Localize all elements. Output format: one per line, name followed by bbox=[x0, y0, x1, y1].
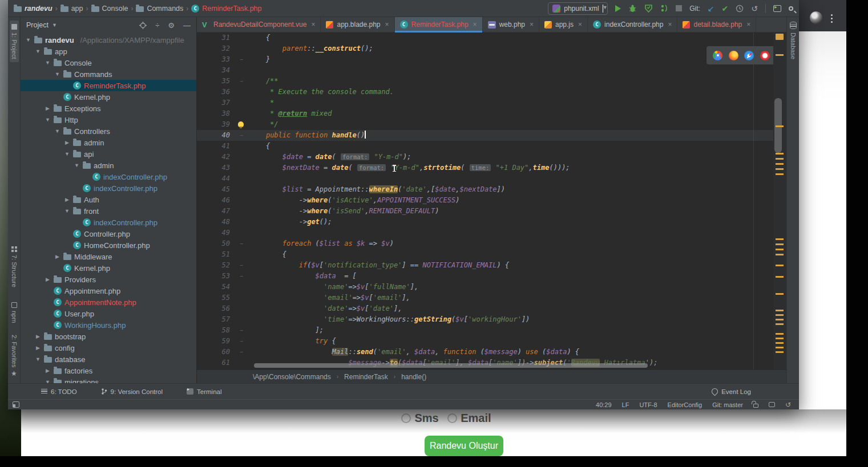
chrome-icon[interactable] bbox=[713, 51, 722, 60]
tool-button-structure[interactable]: 7: Structure bbox=[11, 246, 18, 287]
tool-button-Terminal[interactable]: Terminal bbox=[187, 388, 221, 395]
tab-app.blade.php[interactable]: app.blade.php× bbox=[321, 17, 394, 32]
close-icon[interactable]: × bbox=[473, 21, 477, 29]
tab-ReminderTask.php[interactable]: ReminderTask.php× bbox=[395, 17, 483, 32]
collapse-all-icon[interactable]: ÷ bbox=[155, 21, 159, 30]
hide-panel-icon[interactable]: — bbox=[183, 21, 191, 30]
close-icon[interactable]: × bbox=[746, 21, 750, 29]
tree-row-User.php[interactable]: User.php bbox=[21, 308, 196, 319]
code-editor[interactable]: 31 {32 parent::__construct();33− }3435− … bbox=[197, 33, 773, 369]
tab-detail.blade.php[interactable]: detail.blade.php× bbox=[677, 17, 756, 32]
tool-button-favorites[interactable]: 2: Favorites bbox=[11, 335, 18, 367]
title-crumb[interactable]: Commands bbox=[136, 5, 183, 13]
stop-button[interactable] bbox=[676, 5, 682, 11]
tree-row-Kernel.php[interactable]: Kernel.php bbox=[21, 91, 196, 103]
tree-row-Controller.php[interactable]: Controller.php bbox=[21, 228, 196, 239]
tool-button-9: Version Control[interactable]: 9: Version Control bbox=[101, 388, 163, 395]
breadcrumb-item[interactable]: ReminderTask bbox=[344, 373, 388, 381]
caret-position[interactable]: 40:29 bbox=[596, 401, 612, 408]
sms-radio[interactable] bbox=[401, 413, 411, 423]
tree-row-app[interactable]: ▼app bbox=[21, 46, 196, 57]
vcs-commit-button[interactable]: ✔ bbox=[722, 5, 729, 13]
run-button[interactable] bbox=[615, 5, 621, 12]
profiler-button[interactable] bbox=[660, 4, 668, 13]
tree-row-Exceptions[interactable]: ▶Exceptions bbox=[21, 103, 196, 114]
safari-icon[interactable] bbox=[744, 51, 754, 60]
tree-row-config[interactable]: ▶config bbox=[21, 342, 196, 354]
intention-bulb-icon[interactable] bbox=[238, 121, 244, 127]
tool-button-6: TODO[interactable]: 6: TODO bbox=[41, 388, 77, 395]
run-anything-icon[interactable] bbox=[773, 5, 781, 12]
tree-row-indexController.php[interactable]: indexController.php bbox=[21, 171, 196, 182]
gear-icon[interactable]: ⚙ bbox=[168, 21, 175, 30]
run-configuration-select[interactable]: phpunit.xml ▼ bbox=[548, 2, 608, 15]
tree-row-HomeController.php[interactable]: HomeController.php bbox=[21, 239, 196, 251]
tab-app.js[interactable]: app.js× bbox=[539, 17, 588, 32]
close-icon[interactable]: × bbox=[311, 21, 315, 29]
tree-row-Controllers[interactable]: ▼Controllers bbox=[21, 125, 196, 137]
close-icon[interactable]: × bbox=[578, 21, 582, 29]
highlighting-level-icon[interactable] bbox=[769, 402, 775, 407]
tree-row-Providers[interactable]: ▶Providers bbox=[21, 274, 196, 285]
close-icon[interactable]: × bbox=[668, 21, 672, 29]
debug-button[interactable] bbox=[628, 4, 637, 13]
tree-row-Appointment.php[interactable]: Appointment.php bbox=[21, 285, 196, 297]
breadcrumb-item[interactable]: \App\Console\Commands bbox=[253, 373, 331, 381]
vcs-history-button[interactable] bbox=[736, 5, 744, 13]
tree-row-migrations[interactable]: ▼migrations bbox=[21, 376, 196, 383]
tree-row-Console[interactable]: ▼Console bbox=[21, 57, 196, 68]
search-everywhere-icon[interactable] bbox=[789, 6, 793, 11]
tab-indexController.php[interactable]: indexController.php× bbox=[588, 17, 677, 32]
tree-row-factories[interactable]: ▶factories bbox=[21, 365, 196, 376]
tree-row-Middleware[interactable]: ▶Middleware bbox=[21, 251, 196, 262]
editorconfig-status[interactable]: EditorConfig bbox=[668, 401, 703, 408]
tree-row-Http[interactable]: ▼Http bbox=[21, 114, 196, 125]
tree-row-admin[interactable]: ▼admin bbox=[21, 160, 196, 171]
tool-button-project[interactable]: 1: Project bbox=[10, 21, 19, 62]
title-crumb[interactable]: Console bbox=[91, 5, 128, 13]
tool-button-npm[interactable]: npm bbox=[11, 302, 18, 323]
vcs-update-button[interactable]: ↙ bbox=[708, 5, 714, 13]
event-log-button[interactable]: Event Log bbox=[712, 388, 751, 395]
chevron-down-icon[interactable]: ▼ bbox=[52, 22, 57, 28]
file-encoding[interactable]: UTF-8 bbox=[639, 401, 657, 408]
line-separator[interactable]: LF bbox=[622, 401, 629, 408]
tree-row-indexController.php[interactable]: indexController.php bbox=[21, 182, 196, 194]
breadcrumb-item[interactable]: handle() bbox=[401, 373, 426, 381]
tab-web.php[interactable]: web.php× bbox=[483, 17, 539, 32]
tree-row-Commands[interactable]: ▼Commands bbox=[21, 68, 196, 80]
tree-row-Auth[interactable]: ▶Auth bbox=[21, 194, 196, 205]
tree-row-indexController.php[interactable]: indexController.php bbox=[21, 217, 196, 228]
tree-row-AppointmentNote.php[interactable]: AppointmentNote.php bbox=[21, 297, 196, 308]
tree-row-database[interactable]: ▼database bbox=[21, 354, 196, 365]
tree-row-admin[interactable]: ▶admin bbox=[21, 137, 196, 148]
tree-row-bootstrap[interactable]: ▶bootstrap bbox=[21, 331, 196, 342]
title-crumb[interactable]: randevu bbox=[14, 5, 53, 13]
sync-icon[interactable]: ↺ bbox=[785, 401, 791, 409]
tool-window-switcher-icon[interactable] bbox=[13, 401, 19, 408]
tree-row-ReminderTask.php[interactable]: ReminderTask.php bbox=[21, 80, 196, 91]
close-icon[interactable]: × bbox=[530, 21, 534, 29]
firefox-icon[interactable] bbox=[729, 51, 738, 60]
horizontal-scrollbar[interactable] bbox=[254, 363, 648, 368]
project-panel-title[interactable]: Project bbox=[26, 21, 49, 29]
email-radio[interactable] bbox=[447, 413, 457, 423]
tree-row-Kernel.php[interactable]: Kernel.php bbox=[21, 262, 196, 274]
tree-row-randevu[interactable]: ▼randevu/Applications/XAMPP/xamppfile bbox=[21, 34, 196, 46]
git-branch[interactable]: Git: master bbox=[712, 401, 743, 408]
tree-row-WorkingHours.php[interactable]: WorkingHours.php bbox=[21, 319, 196, 331]
tab-RandevuDetailComponent.vue[interactable]: RandevuDetailComponent.vue× bbox=[197, 17, 321, 32]
create-appointment-button[interactable]: Randevu Oluştur bbox=[425, 436, 503, 456]
browser-profile-avatar[interactable] bbox=[810, 11, 822, 24]
tree-row-front[interactable]: ▼front bbox=[21, 205, 196, 217]
tree-row-api[interactable]: ▼api bbox=[21, 148, 196, 160]
locate-file-icon[interactable] bbox=[139, 22, 147, 29]
title-crumb[interactable]: ReminderTask.php bbox=[191, 5, 261, 13]
tool-button-database[interactable]: Database bbox=[790, 33, 797, 59]
opera-icon[interactable] bbox=[760, 51, 770, 60]
title-crumb[interactable]: app bbox=[60, 5, 83, 13]
coverage-button[interactable] bbox=[644, 4, 653, 13]
close-icon[interactable]: × bbox=[385, 21, 389, 29]
vcs-rollback-button[interactable]: ↺ bbox=[751, 5, 758, 13]
unlock-icon[interactable] bbox=[753, 404, 758, 408]
